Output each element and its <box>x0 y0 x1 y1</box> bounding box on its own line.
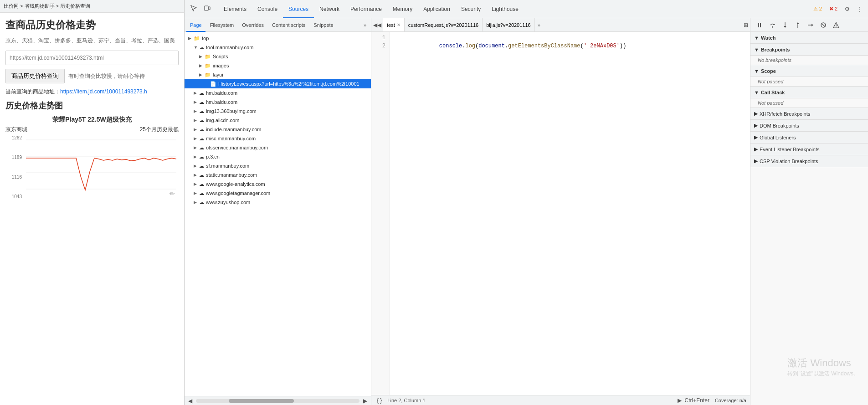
tree-item-tool-manmanbuy[interactable]: ▼ ☁ tool.manmanbuy.com <box>185 43 371 52</box>
svg-point-18 <box>836 26 837 27</box>
watch-section-header[interactable]: ▼ Watch <box>750 32 868 44</box>
editor-expand-left[interactable]: ◀◀ <box>371 21 383 29</box>
tab-application[interactable]: Application <box>418 0 456 18</box>
query-button[interactable]: 商品历史价格查询 <box>5 69 65 83</box>
global-label: Global Listeners <box>760 135 796 140</box>
deactivate-breakpoints-button[interactable] <box>818 20 829 31</box>
breadcrumb: 比价网 > 省钱购物助手 > 历史价格查询 <box>0 0 184 13</box>
tree-item-p3cn[interactable]: ▶ ☁ p.3.cn <box>185 152 371 161</box>
sources-scrollbar[interactable]: ◀ ▶ <box>185 396 371 405</box>
tree-item-scripts[interactable]: ▶ 📁 Scripts <box>185 52 371 61</box>
scope-section-header[interactable]: ▼ Scope <box>750 65 868 77</box>
tree-label: sf.manmanbuy.com <box>206 163 249 169</box>
debugger-panel: ⏸ <box>750 18 868 405</box>
error-button[interactable]: ✖ 2 <box>827 5 839 13</box>
event-listeners-section-header[interactable]: ▶ Event Listener Breakpoints <box>750 144 868 155</box>
global-listeners-section-header[interactable]: ▶ Global Listeners <box>750 132 868 144</box>
page-title: 查商品历史价格走势 <box>5 18 179 32</box>
tab-elements[interactable]: Elements <box>218 0 252 18</box>
editor-tab-customrequest[interactable]: customRequest.js?v=20201116 <box>405 18 483 32</box>
sources-tab-content-scripts[interactable]: Content scripts <box>268 18 309 32</box>
arrow-icon: ▶ <box>194 154 199 159</box>
arrow-icon: ▶ <box>194 127 199 132</box>
scroll-left-button[interactable]: ◀ <box>186 397 194 405</box>
tab-memory[interactable]: Memory <box>387 0 418 18</box>
pause-button[interactable]: ⏸ <box>754 20 765 31</box>
tree-item-top[interactable]: ▶ 📁 top <box>185 34 371 43</box>
step-into-button[interactable] <box>780 20 791 31</box>
code-editor[interactable]: console.log(document.getElementsByClassN… <box>390 32 750 395</box>
sources-tab-more[interactable]: » <box>361 22 369 28</box>
step-over-button[interactable] <box>767 20 778 31</box>
tree-item-sf-manmanbuy[interactable]: ▶ ☁ sf.manmanbuy.com <box>185 161 371 170</box>
callstack-section-header[interactable]: ▼ Call Stack <box>750 87 868 98</box>
tree-label: www.google-analytics.com <box>206 181 265 187</box>
tree-item-misc-manmanbuy[interactable]: ▶ ☁ misc.manmanbuy.com <box>185 134 371 143</box>
step-out-button[interactable] <box>792 20 803 31</box>
folder-icon: 📁 <box>205 63 211 69</box>
format-code-button[interactable]: { } <box>375 396 384 405</box>
sources-tab-page[interactable]: Page <box>186 18 205 32</box>
scroll-right-button[interactable]: ▶ <box>361 397 369 405</box>
devtools-tabs: Elements Console Sources Network Perform… <box>218 0 806 18</box>
tree-item-hm-baidu-1[interactable]: ▶ ☁ hm.baidu.com <box>185 88 371 97</box>
warning-button[interactable]: ⚠ 2 <box>812 5 824 13</box>
tab-network[interactable]: Network <box>314 0 345 18</box>
domain-icon: ☁ <box>199 181 204 187</box>
tab-security[interactable]: Security <box>456 0 486 18</box>
edit-icon[interactable]: ✏ <box>169 190 175 197</box>
tree-item-images[interactable]: ▶ 📁 images <box>185 61 371 70</box>
breakpoints-section-header[interactable]: ▼ Breakpoints <box>750 44 868 56</box>
dom-section-header[interactable]: ▶ DOM Breakpoints <box>750 120 868 132</box>
coverage-label: Coverage: n/a <box>715 398 746 403</box>
csp-section-header[interactable]: ▶ CSP Violation Breakpoints <box>750 155 868 167</box>
tree-label: p.3.cn <box>206 154 220 159</box>
chart-lowest: 25个月历史最低 <box>140 126 179 133</box>
tree-item-history-lowest[interactable]: 📄 HistoryLowest.aspx?url=https%3a%2f%2fi… <box>185 79 371 88</box>
editor-tabs-more[interactable]: » <box>535 22 543 28</box>
inspect-element-button[interactable] <box>188 4 199 14</box>
settings-button[interactable]: ⚙ <box>843 5 852 13</box>
xhr-section-header[interactable]: ▶ XHR/fetch Breakpoints <box>750 108 868 120</box>
editor-expand-right[interactable]: ⊞ <box>742 21 750 29</box>
devtools-tool-icons <box>188 4 213 14</box>
tree-item-layui[interactable]: ▶ 📁 layui <box>185 70 371 79</box>
tree-item-googletagmanager[interactable]: ▶ ☁ www.googletagmanager.com <box>185 189 371 198</box>
domain-icon: ☁ <box>199 108 204 114</box>
query-hint: 有时查询会比较慢，请耐心等待 <box>68 72 145 80</box>
arrow-icon: ▶ <box>199 63 205 68</box>
tree-item-otsservice-manmanbuy[interactable]: ▶ ☁ otsservice.manmanbuy.com <box>185 143 371 152</box>
chart-area: 荣耀Play5T 22.5W超级快充 京东商城 25个月历史最低 1262 11… <box>5 116 179 208</box>
tab-performance[interactable]: Performance <box>345 0 387 18</box>
folder-icon: 📁 <box>205 72 211 78</box>
scope-not-paused-text: Not paused <box>750 77 868 87</box>
step-button[interactable] <box>805 20 816 31</box>
editor-tab-bijia[interactable]: bijia.js?v=20201116 <box>483 18 535 32</box>
arrow-icon: ▶ <box>194 100 199 104</box>
sources-tab-snippets[interactable]: Snippets <box>310 18 337 32</box>
sources-tab-filesystem[interactable]: Filesystem <box>206 18 238 32</box>
editor-tab-test[interactable]: test ✕ <box>383 18 405 32</box>
editor-tab-test-label: test <box>387 22 395 28</box>
sources-tab-overrides[interactable]: Overrides <box>238 18 267 32</box>
run-snippet-button[interactable]: ▶ Ctrl+Enter <box>676 396 711 405</box>
tab-console[interactable]: Console <box>252 0 283 18</box>
scroll-track[interactable] <box>196 399 360 403</box>
device-toolbar-button[interactable] <box>202 4 213 14</box>
webpage-content: 查商品历史价格走势 京东、天猫、淘宝、拼多多、亚马逊、苏宁、当当、考拉、严选、国… <box>0 13 184 214</box>
tree-item-img-alicdn[interactable]: ▶ ☁ img.alicdn.com <box>185 116 371 125</box>
tree-item-static-manmanbuy[interactable]: ▶ ☁ static.manmanbuy.com <box>185 170 371 179</box>
tree-item-include-manmanbuy[interactable]: ▶ ☁ include.manmanbuy.com <box>185 125 371 134</box>
more-button[interactable]: ⋮ <box>855 5 864 13</box>
tree-item-img13-360buy[interactable]: ▶ ☁ img13.360buyimg.com <box>185 107 371 116</box>
tree-item-google-analytics[interactable]: ▶ ☁ www.google-analytics.com <box>185 179 371 189</box>
tab-lighthouse[interactable]: Lighthouse <box>486 0 524 18</box>
breakpoints-arrow-icon: ▼ <box>754 47 759 52</box>
current-url-link[interactable]: https://item.jd.com/100011493273.h <box>60 88 147 95</box>
search-input[interactable] <box>5 51 179 65</box>
tree-item-zuyushop[interactable]: ▶ ☁ www.zuyushop.com <box>185 198 371 207</box>
tree-item-hm-baidu-2[interactable]: ▶ ☁ hm.baidu.com <box>185 97 371 107</box>
tab-sources[interactable]: Sources <box>283 0 314 18</box>
pause-on-exceptions-button[interactable] <box>831 20 842 31</box>
close-test-tab-button[interactable]: ✕ <box>397 22 401 27</box>
